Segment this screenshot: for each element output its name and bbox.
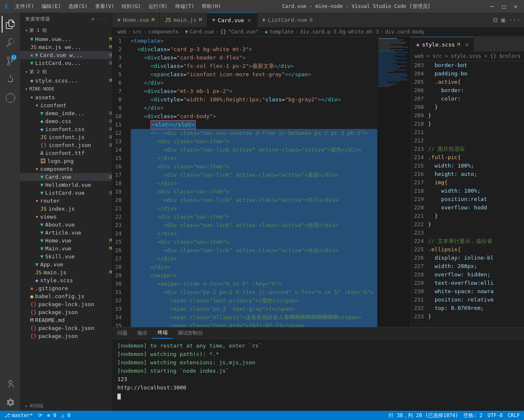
breadcrumb-div2[interactable]: div.card-body: [385, 29, 425, 35]
tab-card-vue[interactable]: ▼ Card.vue ✕: [207, 13, 257, 27]
file-encoding[interactable]: UTF-8: [488, 412, 503, 418]
tree-demo-index[interactable]: ▼ demo_inde... U: [20, 109, 112, 117]
tree-article-vue[interactable]: ▼ Article.vue: [20, 229, 112, 237]
terminal-line-3: [nodemon] watching extensions: js,mjs,js…: [117, 358, 519, 367]
menu-help[interactable]: 帮助(H): [198, 2, 224, 11]
code-line-30: <swiper-slide v-for="m in 5" :key="m">: [131, 280, 377, 288]
activity-run-debug[interactable]: [2, 71, 18, 88]
tree-package-lock1[interactable]: {} package-lock.json: [20, 300, 112, 308]
activity-extensions[interactable]: [2, 90, 18, 106]
activity-search[interactable]: [2, 34, 18, 51]
tree-babel-config[interactable]: ◉ babel.config.js: [20, 292, 112, 300]
breadcrumb-card-vue[interactable]: Card.vue: [190, 29, 214, 35]
breadcrumb-template[interactable]: template: [270, 29, 294, 35]
tree-home-vue[interactable]: ▼ Home.vue M: [20, 237, 112, 245]
menu-goto[interactable]: 转到(G): [118, 2, 144, 11]
tree-gitignore[interactable]: ◆ .gitignore: [20, 284, 112, 292]
menu-run[interactable]: 运行(R): [145, 2, 171, 11]
code-line-32: <span class="text-primary">[最热]</span>: [131, 296, 377, 305]
terminal-tab-debug[interactable]: 调试控制台: [173, 327, 208, 339]
right-line-227: width: 200px;: [428, 262, 524, 271]
project-section[interactable]: ▾ MINE-NODE: [20, 85, 112, 93]
editor-main-js[interactable]: JS main.js we... M: [20, 43, 112, 51]
tree-iconfont-ttf[interactable]: A iconfont.ttf: [20, 149, 112, 157]
tree-components[interactable]: ▾ components: [20, 165, 112, 173]
line-ending[interactable]: CRLF: [508, 412, 520, 418]
close-tab-card-vue[interactable]: ✕: [246, 17, 252, 23]
tree-about-vue[interactable]: ▼ About.vue: [20, 221, 112, 229]
activity-explorer[interactable]: [2, 16, 18, 33]
breadcrumb-card-vue-str[interactable]: "Card.vue": [228, 29, 258, 35]
sync-icon[interactable]: ⟳: [38, 412, 42, 418]
tree-iconfont-js[interactable]: JS iconfont.js U: [20, 133, 112, 141]
tree-views[interactable]: ▾ views: [20, 213, 112, 221]
editor-listcard-vue[interactable]: ▼ ListCard.vu... U: [20, 59, 112, 67]
code-editor[interactable]: 12345 678910 1112131415 1617181920 21222…: [112, 37, 411, 327]
main-layout: 12 资源管理器 ⊕ ··· ▾ 第 1 组: [0, 13, 524, 411]
tree-iconfont-css[interactable]: ◆ iconfont.css U: [20, 125, 112, 133]
menu-terminal[interactable]: 终端(T): [172, 2, 198, 11]
maximize-button[interactable]: □: [500, 3, 508, 10]
tree-style-scss[interactable]: ◆ style.scss: [20, 276, 112, 284]
tree-app-vue[interactable]: ▼ App.vue: [20, 260, 112, 268]
close-icon[interactable]: ✕: [30, 52, 33, 58]
errors-count[interactable]: ⊗ 0: [47, 412, 57, 418]
tree-package2[interactable]: {} package.json: [20, 332, 112, 340]
warnings-count[interactable]: △ 0: [61, 412, 70, 418]
activity-source-control[interactable]: 12: [2, 53, 18, 70]
close-button[interactable]: ✕: [511, 3, 520, 10]
tree-iconfont-json[interactable]: {} iconfont.json U: [20, 141, 112, 149]
tree-iconfont[interactable]: ▾ iconfont: [20, 101, 112, 109]
tree-card-vue[interactable]: ▼ Card.vue U: [20, 173, 112, 181]
activity-settings[interactable]: [2, 394, 18, 411]
tree-package1[interactable]: {} package.json: [20, 308, 112, 316]
editor-card-vue[interactable]: ✕ ▼ Card.vue w... U: [20, 51, 112, 59]
tree-readme[interactable]: M README.md: [20, 316, 112, 324]
breadcrumb-div1[interactable]: div.card.p-3.bg-white.mt-3: [300, 29, 379, 35]
cursor-position[interactable]: 行 38，列 20 (已选择1074): [389, 412, 458, 419]
tab-home-vue[interactable]: ▼ Home.vue M: [112, 13, 160, 27]
tab-main-js[interactable]: JS main.js M: [160, 13, 207, 27]
minimize-button[interactable]: ─: [488, 3, 497, 10]
tree-demo-css[interactable]: ◆ demo.css U: [20, 117, 112, 125]
close-right-tab[interactable]: ✕: [465, 41, 469, 48]
tree-main-vue[interactable]: ▼ Main.vue M: [20, 245, 112, 253]
breadcrumb-components[interactable]: components: [148, 29, 179, 35]
menu-select[interactable]: 选择(S): [65, 2, 91, 11]
more-icon[interactable]: ···: [97, 16, 107, 22]
right-code[interactable]: 203204205206207 208209210211212 21321421…: [411, 61, 524, 327]
menu-view[interactable]: 查看(V): [92, 2, 118, 11]
tree-logo-png[interactable]: 🖼 logo.png: [20, 157, 112, 165]
git-branch[interactable]: ⎇ master*: [4, 412, 33, 418]
terminal-tab-output[interactable]: 输出: [132, 327, 153, 339]
more-actions-icon[interactable]: ···: [508, 16, 521, 24]
tab-listcard-vue[interactable]: ▼ ListCard.vue U: [257, 13, 318, 27]
editor-style-scss[interactable]: ◆ style.scss... M: [20, 77, 112, 85]
tree-package-lock2[interactable]: {} package-lock.json: [20, 324, 112, 332]
timeline-section[interactable]: ▸ 时间线: [20, 401, 112, 411]
terminal-tab-terminal[interactable]: 终端: [153, 327, 173, 339]
sidebar-header-icons[interactable]: ⊕ ···: [92, 16, 107, 22]
tree-router[interactable]: ▾ router: [20, 197, 112, 205]
activity-account[interactable]: [2, 376, 18, 392]
split-editor-icon[interactable]: ⧉: [493, 16, 498, 24]
editor-layout-icon[interactable]: ▣: [501, 16, 505, 24]
tree-main-js[interactable]: JS main.js M: [20, 268, 112, 276]
indent-spaces[interactable]: 空格: 2: [463, 412, 482, 419]
editor-home-vue[interactable]: ▼ Home.vue... M: [20, 35, 112, 43]
tree-assets[interactable]: ▾ assets: [20, 93, 112, 101]
right-tab-style-scss[interactable]: ◆ style.scss M ✕: [411, 37, 474, 52]
menu-edit[interactable]: 编辑(E): [38, 2, 64, 11]
code-line-17: <div class="nav-link" active-class="acti…: [131, 171, 377, 179]
tree-skill-vue[interactable]: ▼ Skill.vue: [20, 253, 112, 260]
terminal-tab-problems[interactable]: 问题: [112, 327, 132, 339]
menu-file[interactable]: 文件(F): [12, 2, 38, 11]
breadcrumb-web[interactable]: web: [117, 29, 127, 35]
new-file-icon[interactable]: ⊕: [92, 16, 95, 22]
tree-listcard-vue[interactable]: ▼ ListCard.vue U: [20, 189, 112, 197]
group2-section[interactable]: ▾ 第 2 组: [20, 67, 112, 77]
tree-helloworld-vue[interactable]: ▼ HelloWorld.vue: [20, 181, 112, 189]
open-editors-section[interactable]: ▾ 第 1 组: [20, 26, 112, 35]
tree-router-index[interactable]: JS index.js: [20, 205, 112, 213]
breadcrumb-src[interactable]: src: [133, 29, 142, 35]
